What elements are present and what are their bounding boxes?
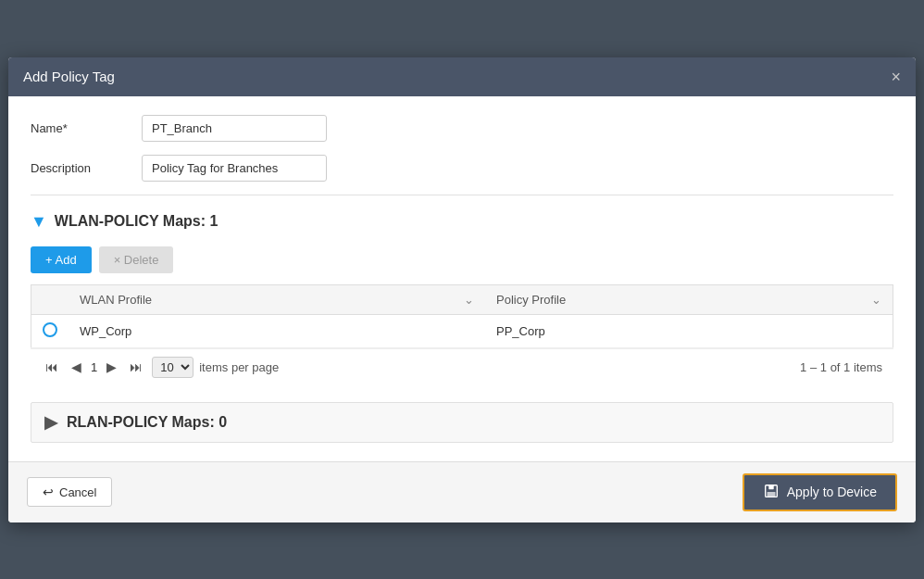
prev-page-button[interactable]: ◀ — [68, 358, 85, 376]
pagination-left: ⏮ ◀ 1 ▶ ⏭ 10 25 50 items per page — [42, 357, 279, 378]
apply-label: Apply to Device — [787, 485, 877, 499]
name-input[interactable] — [142, 115, 327, 142]
policy-profile-sort-icon: ⌄ — [871, 293, 881, 307]
policy-profile-cell: PP_Corp — [485, 314, 893, 347]
apply-to-device-button[interactable]: Apply to Device — [743, 473, 897, 511]
description-label: Description — [31, 161, 142, 175]
save-icon — [763, 483, 780, 502]
modal-body: Name* Description ▼ WLAN-POLICY Maps: 1 — [8, 96, 916, 461]
per-page-select[interactable]: 10 25 50 — [152, 357, 194, 378]
modal-title: Add Policy Tag — [23, 69, 115, 84]
th-policy-profile: Policy Profile ⌄ — [485, 284, 893, 314]
rlan-chevron-icon: ▶ — [44, 412, 57, 433]
cancel-icon: ↩ — [43, 485, 54, 499]
cancel-button[interactable]: ↩ Cancel — [27, 477, 112, 507]
table-row: WP_Corp PP_Corp — [31, 314, 893, 347]
rlan-section[interactable]: ▶ RLAN-POLICY Maps: 0 — [31, 402, 893, 443]
close-button[interactable]: × — [891, 69, 901, 85]
svg-rect-1 — [768, 485, 773, 489]
wlan-toolbar: + Add × Delete — [31, 246, 893, 273]
wlan-section-body: + Add × Delete WLAN Profile ⌄ — [31, 239, 893, 393]
pagination-summary: 1 – 1 of 1 items — [800, 360, 882, 374]
first-page-button[interactable]: ⏮ — [42, 358, 62, 376]
last-page-button[interactable]: ⏭ — [126, 358, 146, 376]
row-select-cell[interactable] — [31, 314, 69, 347]
wlan-section-header[interactable]: ▼ WLAN-POLICY Maps: 1 — [31, 205, 893, 239]
cancel-label: Cancel — [59, 485, 96, 499]
add-button[interactable]: + Add — [31, 246, 92, 273]
wlan-table: WLAN Profile ⌄ Policy Profile ⌄ — [31, 284, 893, 348]
th-wlan-profile: WLAN Profile ⌄ — [69, 284, 485, 314]
next-page-button[interactable]: ▶ — [103, 358, 120, 376]
policy-profile-col-label: Policy Profile — [496, 293, 566, 307]
modal-overlay: Add Policy Tag × Name* Description ▼ WLA… — [0, 0, 924, 579]
wlan-section-title: WLAN-POLICY Maps: 1 — [55, 213, 219, 230]
modal-footer: ↩ Cancel Apply to Device — [8, 461, 916, 522]
wlan-section: ▼ WLAN-POLICY Maps: 1 + Add × Delete — [31, 205, 893, 393]
wlan-profile-col-label: WLAN Profile — [80, 293, 152, 307]
svg-rect-2 — [767, 491, 775, 496]
pagination: ⏮ ◀ 1 ▶ ⏭ 10 25 50 items per page — [31, 348, 893, 385]
name-label: Name* — [31, 121, 142, 135]
table-header-row: WLAN Profile ⌄ Policy Profile ⌄ — [31, 284, 893, 314]
divider-1 — [31, 195, 893, 195]
wlan-profile-cell: WP_Corp — [69, 314, 485, 347]
modal-header: Add Policy Tag × — [8, 57, 916, 96]
modal-dialog: Add Policy Tag × Name* Description ▼ WLA… — [8, 57, 916, 522]
wlan-profile-sort-icon: ⌄ — [464, 293, 474, 307]
row-select-icon[interactable] — [43, 322, 57, 337]
page-number: 1 — [91, 360, 97, 374]
wlan-chevron-icon: ▼ — [31, 212, 47, 232]
name-row: Name* — [31, 115, 893, 142]
delete-button[interactable]: × Delete — [99, 246, 174, 273]
th-select — [31, 284, 69, 314]
rlan-section-title: RLAN-POLICY Maps: 0 — [67, 414, 227, 431]
description-row: Description — [31, 155, 893, 182]
per-page-label: items per page — [199, 360, 279, 374]
description-input[interactable] — [142, 155, 327, 182]
